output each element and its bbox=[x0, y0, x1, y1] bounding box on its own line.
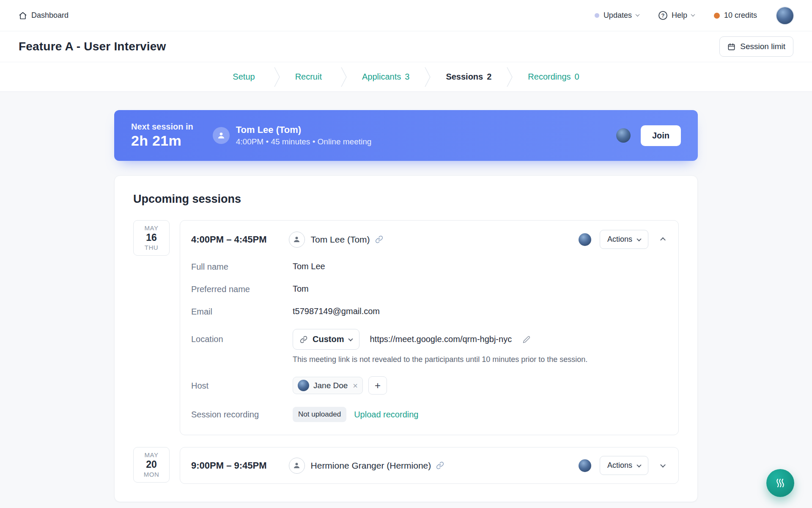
location-type-dropdown[interactable]: Custom bbox=[293, 329, 359, 350]
tab-label: Sessions bbox=[446, 72, 483, 82]
tab-recruit[interactable]: Recruit bbox=[293, 72, 328, 82]
chevron-down-icon bbox=[691, 12, 695, 17]
banner-session-meta: 4:00PM • 45 minutes • Online meeting bbox=[236, 137, 372, 146]
tab-separator bbox=[274, 67, 280, 87]
updates-label: Updates bbox=[604, 11, 632, 20]
tab-setup[interactable]: Setup bbox=[230, 72, 261, 82]
upcoming-sessions-card: Upcoming sessions MAY 16 THU 4:00PM – 4:… bbox=[114, 175, 698, 502]
meeting-link-url: https://meet.google.com/qrm-hgbj-nyc bbox=[370, 334, 512, 344]
field-label: Full name bbox=[191, 262, 293, 272]
page-title: Feature A - User Interview bbox=[19, 40, 166, 53]
edit-icon[interactable] bbox=[523, 336, 530, 343]
tab-label: Recruit bbox=[295, 72, 322, 82]
host-avatar bbox=[298, 380, 309, 391]
tab-label: Setup bbox=[233, 72, 255, 82]
tab-count: 0 bbox=[575, 72, 579, 82]
chevron-down-icon bbox=[635, 12, 639, 17]
home-icon bbox=[19, 11, 27, 20]
upcoming-sessions-title: Upcoming sessions bbox=[133, 193, 679, 206]
field-label: Host bbox=[191, 381, 293, 391]
session-limit-button[interactable]: Session limit bbox=[719, 36, 793, 57]
widget-logo-icon bbox=[774, 476, 787, 490]
dashboard-label: Dashboard bbox=[31, 11, 69, 20]
session-limit-label: Session limit bbox=[740, 42, 785, 51]
help-icon: ? bbox=[658, 11, 667, 20]
chevron-down-icon bbox=[636, 236, 641, 241]
page-header: Feature A - User Interview Session limit bbox=[0, 31, 812, 62]
tab-separator bbox=[425, 67, 431, 87]
actions-label: Actions bbox=[607, 461, 632, 470]
credits-dot-icon bbox=[714, 13, 720, 19]
chevron-down-icon bbox=[636, 462, 641, 467]
updates-status-dot-icon bbox=[595, 13, 599, 18]
banner-participant-name: Tom Lee (Tom) bbox=[236, 124, 372, 135]
field-label: Location bbox=[191, 329, 293, 344]
help-menu[interactable]: ? Help bbox=[658, 11, 694, 20]
tab-count: 3 bbox=[405, 72, 409, 82]
date-day: 16 bbox=[134, 232, 169, 244]
dashboard-link[interactable]: Dashboard bbox=[19, 11, 69, 20]
main-content: Next session in 2h 21m Tom Lee (Tom) 4:0… bbox=[0, 92, 812, 502]
collapse-toggle[interactable] bbox=[658, 235, 667, 244]
field-label: Preferred name bbox=[191, 284, 293, 294]
top-navigation: Dashboard Updates ? Help 10 credits bbox=[0, 0, 812, 31]
actions-button[interactable]: Actions bbox=[600, 230, 648, 249]
remove-host-icon[interactable]: × bbox=[353, 381, 358, 390]
add-host-button[interactable]: + bbox=[368, 376, 387, 395]
user-avatar[interactable] bbox=[776, 7, 793, 24]
link-icon[interactable] bbox=[436, 461, 444, 469]
session-row: MAY 16 THU 4:00PM – 4:45PM Tom Lee (Tom) bbox=[133, 220, 679, 435]
full-name-value: Tom Lee bbox=[293, 262, 325, 271]
credits-label: 10 credits bbox=[724, 11, 757, 20]
updates-menu[interactable]: Updates bbox=[595, 11, 639, 20]
session-time-range: 4:00PM – 4:45PM bbox=[191, 234, 267, 245]
join-button[interactable]: Join bbox=[641, 125, 681, 146]
upload-recording-link[interactable]: Upload recording bbox=[354, 410, 418, 420]
session-date-badge: MAY 16 THU bbox=[133, 220, 170, 256]
session-participant-name: Hermione Granger (Hermione) bbox=[311, 461, 431, 471]
session-row: MAY 20 MON 9:00PM – 9:45PM Hermione Gran… bbox=[133, 447, 679, 484]
session-details: Full name Tom Lee Preferred name Tom Ema… bbox=[191, 262, 667, 422]
date-weekday: THU bbox=[134, 244, 169, 251]
tab-label: Recordings bbox=[528, 72, 571, 82]
date-day: 20 bbox=[134, 458, 169, 471]
chevron-up-icon bbox=[660, 237, 666, 243]
host-avatar[interactable] bbox=[579, 459, 591, 472]
preferred-name-value: Tom bbox=[293, 284, 309, 294]
tab-applicants[interactable]: Applicants3 bbox=[359, 72, 412, 82]
tab-recordings[interactable]: Recordings0 bbox=[525, 72, 582, 82]
tab-count: 2 bbox=[487, 72, 491, 82]
chevron-down-icon bbox=[660, 462, 666, 468]
chat-widget-button[interactable] bbox=[766, 469, 794, 497]
next-session-banner: Next session in 2h 21m Tom Lee (Tom) 4:0… bbox=[114, 110, 698, 161]
participant-avatar-icon bbox=[289, 458, 305, 474]
recording-status-badge: Not uploaded bbox=[293, 407, 346, 422]
date-month: MAY bbox=[134, 224, 169, 232]
host-chip[interactable]: Jane Doe × bbox=[293, 377, 363, 394]
tab-sessions[interactable]: Sessions2 bbox=[443, 72, 494, 82]
plus-icon: + bbox=[375, 381, 381, 391]
participant-avatar-icon bbox=[289, 232, 305, 248]
actions-label: Actions bbox=[607, 235, 632, 244]
workflow-tabs: Setup Recruit Applicants3 Sessions2 Reco… bbox=[0, 62, 812, 92]
collapse-toggle[interactable] bbox=[658, 461, 667, 470]
link-icon[interactable] bbox=[375, 235, 383, 243]
session-card-collapsed: 9:00PM – 9:45PM Hermione Granger (Hermio… bbox=[180, 447, 679, 484]
banner-participant: Tom Lee (Tom) 4:00PM • 45 minutes • Onli… bbox=[213, 124, 372, 146]
credits-indicator[interactable]: 10 credits bbox=[714, 11, 757, 20]
session-time-range: 9:00PM – 9:45PM bbox=[191, 460, 267, 471]
next-session-label: Next session in bbox=[131, 122, 193, 132]
date-weekday: MON bbox=[134, 471, 169, 478]
countdown-value: 2h 21m bbox=[131, 133, 193, 149]
host-avatar[interactable] bbox=[579, 233, 591, 246]
tab-separator bbox=[341, 67, 347, 87]
session-date-badge: MAY 20 MON bbox=[133, 447, 170, 483]
email-value: t57987149@gmail.com bbox=[293, 306, 380, 316]
session-participant-name: Tom Lee (Tom) bbox=[311, 235, 370, 245]
actions-button[interactable]: Actions bbox=[600, 456, 648, 475]
link-icon bbox=[300, 336, 307, 343]
countdown-block: Next session in 2h 21m bbox=[131, 122, 193, 149]
host-avatar[interactable] bbox=[616, 128, 631, 143]
meeting-link-note: This meeting link is not revealed to the… bbox=[293, 355, 667, 364]
chevron-down-icon bbox=[348, 336, 353, 341]
